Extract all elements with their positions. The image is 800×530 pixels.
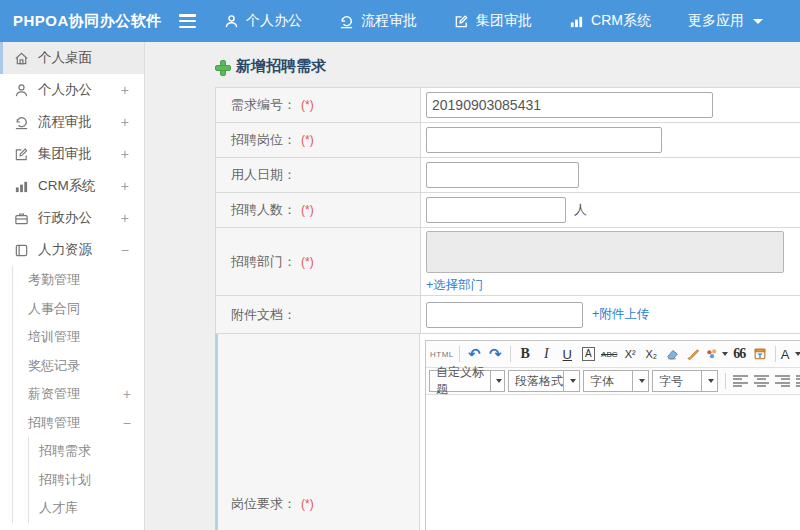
blockquote-button[interactable]: 66 bbox=[730, 344, 749, 365]
sidebar-item-process-approval[interactable]: 流程审批 + bbox=[0, 106, 144, 138]
edit-icon bbox=[454, 14, 469, 29]
field-label: 附件文档： bbox=[231, 306, 296, 324]
headcount-input[interactable] bbox=[426, 197, 566, 223]
align-center-icon[interactable] bbox=[752, 371, 771, 392]
sidebar-item-hr[interactable]: 人力资源 − bbox=[0, 234, 144, 266]
demand-no-input[interactable] bbox=[426, 92, 713, 118]
form-row-department: 招聘部门： (*) +选择部门 bbox=[216, 228, 800, 296]
font-size-select[interactable]: 字号 bbox=[652, 370, 718, 392]
process-icon bbox=[339, 14, 354, 29]
sidebar-item-recruit-mgmt[interactable]: 招聘管理 − bbox=[13, 409, 144, 438]
required-mark: (*) bbox=[301, 497, 314, 511]
form-row-attachment: 附件文档： +附件上传 bbox=[216, 296, 800, 334]
redo-icon[interactable]: ↷ bbox=[486, 344, 505, 365]
undo-icon[interactable]: ↶ bbox=[465, 344, 484, 365]
eraser-icon[interactable] bbox=[663, 344, 682, 365]
add-plus-icon bbox=[215, 60, 229, 74]
form-row-demand-no: 需求编号： (*) bbox=[216, 88, 800, 123]
align-left-icon[interactable] bbox=[731, 371, 750, 392]
sidebar-item-desktop[interactable]: 个人桌面 bbox=[0, 42, 144, 74]
rich-text-editor: HTML ↶ ↷ B I U A ABC X² X₂ bbox=[425, 340, 800, 530]
paragraph-format-select[interactable]: 段落格式 bbox=[508, 370, 580, 392]
nav-more-apps[interactable]: 更多应用 bbox=[688, 12, 763, 30]
caret-down-icon bbox=[753, 19, 763, 24]
sidebar-item-rewards[interactable]: 奖惩记录 bbox=[13, 352, 144, 381]
field-label: 用人日期： bbox=[231, 166, 296, 184]
form-row-headcount: 招聘人数： (*) 人 bbox=[216, 193, 800, 228]
headcount-unit: 人 bbox=[574, 201, 587, 219]
position-input[interactable] bbox=[426, 127, 662, 153]
nav-crm[interactable]: CRM系统 bbox=[569, 12, 651, 30]
caret-down-icon bbox=[795, 352, 800, 356]
hr-book-icon bbox=[13, 243, 29, 258]
field-label: 需求编号： bbox=[231, 96, 296, 114]
nav-group-approval[interactable]: 集团审批 bbox=[454, 12, 532, 30]
html-source-button[interactable]: HTML bbox=[430, 344, 454, 365]
caret-down-icon bbox=[722, 352, 728, 356]
department-display-box[interactable] bbox=[426, 231, 784, 273]
sidebar-item-recruit-demand[interactable]: 招聘需求 bbox=[29, 437, 144, 466]
caret-down-icon bbox=[632, 371, 648, 391]
sidebar-item-crm[interactable]: CRM系统 + bbox=[0, 170, 144, 202]
underline-button[interactable]: U bbox=[558, 344, 577, 365]
process-icon bbox=[13, 115, 29, 130]
sidebar-item-admin-office[interactable]: 行政办公 + bbox=[0, 202, 144, 234]
top-nav: 个人办公 流程审批 集团审批 CRM系统 更多应用 bbox=[224, 12, 800, 30]
sidebar-item-personal-office[interactable]: 个人办公 + bbox=[0, 74, 144, 106]
main-content: 新增招聘需求 需求编号： (*) 招聘岗位： (*) 用人日期： bbox=[145, 42, 800, 530]
person-icon bbox=[224, 14, 239, 29]
sidebar-item-talent-pool[interactable]: 人才库 bbox=[29, 494, 144, 523]
nav-process-approval[interactable]: 流程审批 bbox=[339, 12, 417, 30]
font-family-select[interactable]: 字体 bbox=[583, 370, 649, 392]
paste-icon[interactable] bbox=[751, 344, 770, 365]
sidebar-item-hr-contract[interactable]: 人事合同 bbox=[13, 295, 144, 324]
briefcase-icon bbox=[13, 211, 29, 226]
subscript-button[interactable]: X₂ bbox=[642, 344, 661, 365]
attachment-input[interactable] bbox=[426, 302, 583, 328]
sidebar-item-group-approval[interactable]: 集团审批 + bbox=[0, 138, 144, 170]
italic-button[interactable]: I bbox=[537, 344, 556, 365]
align-justify-icon[interactable] bbox=[794, 371, 800, 392]
caret-down-icon bbox=[701, 371, 717, 391]
custom-heading-select[interactable]: 自定义标题 bbox=[429, 370, 505, 392]
bold-button[interactable]: B bbox=[516, 344, 535, 365]
hr-submenu: 考勤管理 人事合同 培训管理 奖惩记录 薪资管理 + 招聘管理 − 招聘需求 bbox=[12, 266, 144, 523]
home-icon bbox=[13, 51, 29, 66]
required-mark: (*) bbox=[301, 98, 314, 112]
required-mark: (*) bbox=[301, 133, 314, 147]
caret-down-icon bbox=[563, 371, 579, 391]
sidebar-item-salary[interactable]: 薪资管理 + bbox=[13, 380, 144, 409]
field-label: 岗位要求： bbox=[231, 495, 296, 513]
format-brush-icon[interactable] bbox=[684, 344, 703, 365]
person-icon bbox=[13, 83, 29, 98]
align-right-icon[interactable] bbox=[773, 371, 792, 392]
attachment-upload-link[interactable]: +附件上传 bbox=[592, 306, 649, 323]
form-row-requirements: 岗位要求： (*) HTML ↶ ↷ B I U A ABC bbox=[216, 334, 800, 530]
edit-icon bbox=[13, 147, 29, 162]
field-label: 招聘岗位： bbox=[231, 131, 296, 149]
strikethrough-button[interactable]: ABC bbox=[600, 344, 619, 365]
nav-personal-office[interactable]: 个人办公 bbox=[224, 12, 302, 30]
form-row-position: 招聘岗位： (*) bbox=[216, 123, 800, 158]
font-style-button[interactable]: A bbox=[579, 344, 598, 365]
font-color-button[interactable]: A bbox=[781, 344, 800, 365]
sidebar-item-recruit-plan[interactable]: 招聘计划 bbox=[29, 466, 144, 495]
sidebar: 个人桌面 个人办公 + 流程审批 + 集团审批 + CRM系统 + 行政办公 +… bbox=[0, 42, 145, 530]
hire-date-input[interactable] bbox=[426, 162, 579, 188]
color-palette-icon[interactable] bbox=[705, 344, 728, 365]
sidebar-item-training[interactable]: 培训管理 bbox=[13, 323, 144, 352]
page-title: 新增招聘需求 bbox=[215, 57, 800, 76]
editor-content[interactable] bbox=[426, 395, 800, 530]
menu-toggle-icon[interactable] bbox=[179, 14, 196, 28]
sidebar-item-attendance[interactable]: 考勤管理 bbox=[13, 266, 144, 295]
recruit-submenu: 招聘需求 招聘计划 人才库 bbox=[28, 437, 144, 523]
top-bar: PHPOA协同办公软件 个人办公 流程审批 集团审批 CRM系统 更多应用 bbox=[0, 0, 800, 42]
recruit-demand-form: 需求编号： (*) 招聘岗位： (*) 用人日期： bbox=[215, 87, 800, 530]
form-row-hire-date: 用人日期： bbox=[216, 158, 800, 193]
required-mark: (*) bbox=[301, 255, 314, 269]
caret-down-icon bbox=[490, 371, 504, 391]
select-department-link[interactable]: +选择部门 bbox=[426, 277, 483, 294]
bar-chart-icon bbox=[569, 14, 584, 29]
superscript-button[interactable]: X² bbox=[621, 344, 640, 365]
bar-chart-icon bbox=[13, 179, 29, 194]
